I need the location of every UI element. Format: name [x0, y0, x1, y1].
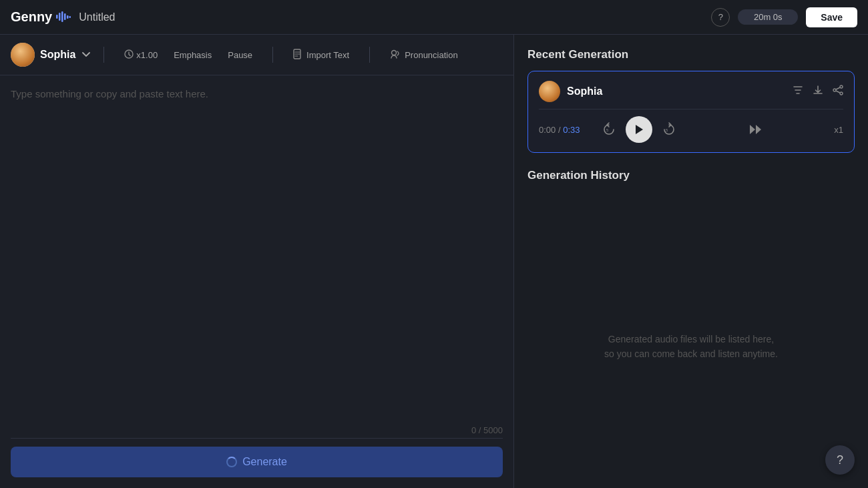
- time-current: 0:00: [539, 125, 556, 135]
- play-button[interactable]: [626, 116, 652, 143]
- divider-3: [369, 47, 370, 63]
- history-empty-text: Generated audio files will be listed her…: [604, 332, 778, 362]
- svg-rect-3: [64, 13, 66, 20]
- divider-2: [272, 47, 273, 63]
- pronunciation-label: Pronunciation: [405, 50, 458, 60]
- svg-rect-5: [69, 16, 71, 18]
- soundwave-icon: [56, 11, 71, 22]
- time-display: 0:00 / 0:33: [539, 125, 592, 135]
- svg-text:5: 5: [666, 128, 668, 132]
- avatar-face: [11, 43, 35, 67]
- emphasis-label: Emphasis: [174, 50, 212, 60]
- gen-avatar: [539, 81, 560, 102]
- avatar: [11, 43, 35, 67]
- logo: Genny: [11, 9, 71, 25]
- separator: [11, 438, 503, 439]
- text-input[interactable]: [11, 86, 503, 420]
- text-format-icon[interactable]: [793, 85, 803, 98]
- gen-card-header: Sophia: [539, 81, 843, 102]
- svg-point-9: [840, 85, 843, 88]
- gen-voice-info: Sophia: [539, 81, 602, 102]
- gen-card-divider: [539, 109, 843, 109]
- voice-name: Sophia: [40, 49, 75, 61]
- svg-rect-2: [61, 11, 63, 22]
- document-icon: [293, 49, 302, 61]
- divider: [103, 47, 104, 63]
- pause-button[interactable]: Pause: [221, 47, 259, 63]
- svg-rect-0: [56, 15, 58, 19]
- gen-actions: [793, 85, 843, 98]
- main-layout: Sophia x1.00: [0, 35, 868, 488]
- forward-button[interactable]: 5: [660, 121, 678, 138]
- chevron-down-icon: [82, 50, 90, 59]
- save-button[interactable]: Save: [806, 7, 857, 27]
- header-left: Genny Untitled: [11, 9, 116, 25]
- time-badge: 20m 0s: [738, 9, 798, 25]
- playback-speed-label: x1: [834, 125, 843, 135]
- history-empty-line1: Generated audio files will be listed her…: [608, 334, 774, 344]
- player-bar: 0:00 / 0:33 5: [539, 116, 843, 143]
- history-empty: Generated audio files will be listed her…: [527, 192, 855, 475]
- question-mark-icon: ?: [718, 12, 723, 22]
- gen-voice-name: Sophia: [567, 85, 602, 97]
- svg-rect-1: [59, 13, 61, 21]
- right-panel: Recent Generation Sophia: [514, 35, 868, 488]
- svg-point-11: [840, 92, 843, 95]
- app-header: Genny Untitled ? 20m 0s Save: [0, 0, 868, 35]
- char-count: 0 / 5000: [11, 420, 503, 438]
- download-icon[interactable]: [813, 85, 823, 98]
- pronunciation-icon: [390, 49, 401, 61]
- import-text-label: Import Text: [306, 50, 349, 60]
- speed-button[interactable]: x1.00: [118, 46, 164, 64]
- left-panel: Sophia x1.00: [0, 35, 514, 488]
- text-area-wrap: 0 / 5000 Generate: [0, 75, 513, 488]
- help-fab[interactable]: ?: [825, 445, 855, 475]
- recent-generation-card: Sophia: [527, 71, 855, 153]
- recent-generation-title: Recent Generation: [527, 48, 855, 61]
- header-help-icon[interactable]: ?: [711, 8, 730, 27]
- emphasis-button[interactable]: Emphasis: [167, 47, 218, 63]
- fast-forward-button[interactable]: [748, 123, 764, 136]
- svg-text:5: 5: [606, 128, 609, 132]
- time-total: 0:33: [563, 125, 580, 135]
- speed-label: x1.00: [136, 50, 158, 60]
- header-center: ? 20m 0s Save: [711, 7, 857, 27]
- share-icon[interactable]: [833, 85, 843, 98]
- pronunciation-button[interactable]: Pronunciation: [383, 46, 465, 64]
- history-empty-line2: so you can come back and listen anytime.: [604, 348, 778, 359]
- generate-label: Generate: [242, 456, 287, 468]
- svg-point-10: [833, 89, 836, 91]
- help-fab-icon: ?: [837, 453, 843, 467]
- svg-point-8: [392, 50, 397, 55]
- import-text-button[interactable]: Import Text: [286, 45, 356, 65]
- generation-history-title: Generation History: [527, 169, 855, 182]
- project-title: Untitled: [79, 11, 115, 23]
- rewind-button[interactable]: 5: [600, 121, 618, 138]
- pause-label: Pause: [228, 50, 252, 60]
- toolbar-items: x1.00 Emphasis Pause: [118, 46, 259, 64]
- generate-button[interactable]: Generate: [11, 447, 503, 477]
- logo-text: Genny: [11, 9, 52, 25]
- clock-icon: [124, 49, 134, 61]
- loading-spinner: [226, 457, 237, 467]
- voice-selector[interactable]: Sophia: [11, 43, 90, 67]
- voice-bar: Sophia x1.00: [0, 35, 513, 75]
- svg-rect-4: [67, 15, 69, 19]
